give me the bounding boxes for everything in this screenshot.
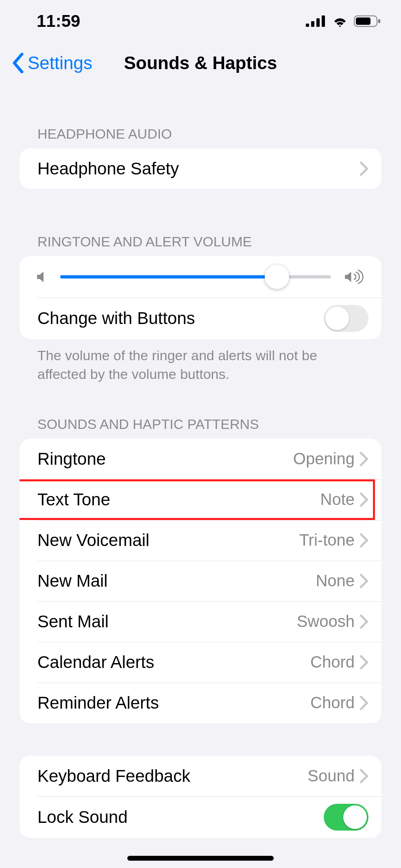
- row-new-voicemail[interactable]: New VoicemailTri-tone: [20, 520, 381, 561]
- volume-slider-fill: [60, 275, 277, 278]
- chevron-right-icon: [360, 533, 368, 548]
- cellular-signal-icon: [306, 15, 326, 27]
- navigation-bar: Settings Sounds & Haptics: [0, 45, 401, 81]
- row-volume-slider: [20, 256, 381, 298]
- row-ringtone[interactable]: RingtoneOpening: [20, 439, 381, 479]
- chevron-right-icon: [360, 492, 368, 507]
- row-label: Ringtone: [37, 449, 293, 469]
- svg-rect-1: [311, 21, 314, 27]
- section-header-volume: RINGTONE AND ALERT VOLUME: [0, 234, 401, 256]
- row-value: Opening: [293, 450, 355, 468]
- toggle-lock-sound[interactable]: [324, 804, 368, 831]
- row-label: Headphone Safety: [37, 159, 360, 178]
- volume-slider[interactable]: [60, 275, 331, 278]
- chevron-right-icon: [360, 161, 368, 176]
- section-header-patterns: SOUNDS AND HAPTIC PATTERNS: [0, 416, 401, 439]
- wifi-icon: [332, 15, 348, 27]
- page-title: Sounds & Haptics: [0, 53, 401, 73]
- row-text-tone[interactable]: Text ToneNote: [20, 479, 381, 520]
- chevron-right-icon: [360, 614, 368, 629]
- svg-rect-3: [322, 15, 325, 27]
- row-headphone-safety[interactable]: Headphone Safety: [20, 148, 381, 189]
- row-value: Swoosh: [297, 612, 355, 631]
- speaker-high-icon: [343, 269, 365, 285]
- volume-slider-thumb[interactable]: [265, 265, 289, 289]
- row-reminder-alerts[interactable]: Reminder AlertsChord: [20, 683, 381, 723]
- chevron-right-icon: [360, 655, 368, 670]
- row-keyboard-feedback[interactable]: Keyboard Feedback Sound: [20, 756, 381, 796]
- row-label: Reminder Alerts: [37, 693, 310, 713]
- svg-rect-6: [378, 19, 380, 23]
- row-label: Text Tone: [37, 490, 320, 509]
- chevron-right-icon: [360, 574, 368, 588]
- row-label: Calendar Alerts: [37, 653, 310, 672]
- row-label: Keyboard Feedback: [37, 766, 307, 786]
- status-bar: 11:59: [0, 0, 401, 42]
- row-value: Note: [320, 490, 355, 509]
- row-label: Lock Sound: [37, 807, 324, 827]
- row-value: None: [316, 572, 355, 590]
- section-footer-volume: The volume of the ringer and alerts will…: [0, 339, 401, 384]
- row-value: Sound: [307, 767, 355, 785]
- group-patterns: RingtoneOpeningText ToneNoteNew Voicemai…: [20, 439, 381, 723]
- battery-icon: [354, 15, 381, 27]
- chevron-right-icon: [360, 769, 368, 783]
- section-header-headphone-audio: HEADPHONE AUDIO: [0, 126, 401, 148]
- row-label: Change with Buttons: [37, 309, 324, 328]
- chevron-right-icon: [360, 452, 368, 466]
- speaker-low-icon: [36, 270, 48, 284]
- row-value: Chord: [310, 653, 355, 671]
- row-label: New Voicemail: [37, 531, 299, 550]
- row-sent-mail[interactable]: Sent MailSwoosh: [20, 601, 381, 642]
- row-change-with-buttons[interactable]: Change with Buttons: [20, 298, 381, 339]
- status-time: 11:59: [37, 11, 80, 31]
- row-label: Sent Mail: [37, 612, 297, 631]
- svg-rect-2: [316, 18, 320, 27]
- row-new-mail[interactable]: New MailNone: [20, 561, 381, 601]
- group-volume: Change with Buttons: [20, 256, 381, 339]
- svg-rect-5: [356, 17, 370, 25]
- row-value: Tri-tone: [299, 531, 355, 549]
- svg-rect-0: [306, 24, 309, 27]
- row-value: Chord: [310, 694, 355, 712]
- row-label: New Mail: [37, 571, 316, 591]
- chevron-right-icon: [360, 696, 368, 710]
- row-calendar-alerts[interactable]: Calendar AlertsChord: [20, 642, 381, 683]
- group-feedback: Keyboard Feedback Sound Lock Sound: [20, 756, 381, 838]
- status-right: [306, 15, 381, 27]
- group-headphone-audio: Headphone Safety: [20, 148, 381, 189]
- home-indicator[interactable]: [127, 856, 274, 861]
- row-lock-sound[interactable]: Lock Sound: [20, 796, 381, 838]
- toggle-change-with-buttons[interactable]: [324, 305, 368, 332]
